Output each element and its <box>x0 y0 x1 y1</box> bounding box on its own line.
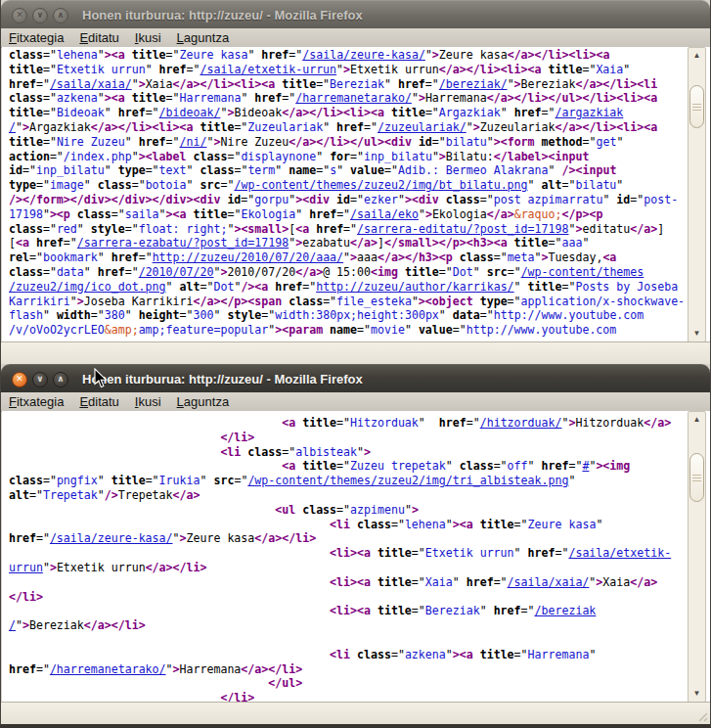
source-token: pngfix <box>57 474 98 487</box>
source-token: =" <box>29 250 43 264</box>
source-link[interactable]: urrun <box>9 561 43 574</box>
source-token: " <box>535 250 542 264</box>
close-button[interactable]: ✕ <box>12 372 27 387</box>
source-link[interactable]: /wp-content/themes <box>521 265 644 279</box>
source-token <box>473 518 480 531</box>
source-line: /v/oVoO2ycrLEO&amp;amp;feature=popular">… <box>9 323 688 338</box>
maximize-button[interactable]: ∧ <box>53 8 68 23</box>
source-link[interactable]: / <box>9 618 16 632</box>
source-link[interactable]: http://zuzeu/author/karrikas/ <box>316 280 513 294</box>
resize-grip-icon[interactable] <box>694 708 708 722</box>
scroll-down-icon[interactable]: ▼ <box>689 687 705 701</box>
source-link[interactable]: /saila/xaia/ <box>508 575 590 589</box>
menu-editatu[interactable]: Editatu <box>71 29 126 46</box>
close-button[interactable]: ✕ <box>12 8 27 23</box>
source-token: </a></li></ul></li><li><a <box>487 91 658 105</box>
scrollbar-thumb[interactable] <box>689 85 704 128</box>
source-token: </a></li><li><a <box>508 48 610 62</box>
source-token: <li <box>330 648 350 661</box>
source-line: class="data" href="/2010/07/20">2010/07/… <box>9 265 688 280</box>
menu-fitxategia[interactable]: Fitxategia <box>1 393 71 410</box>
source-token: " <box>514 280 528 294</box>
source-link[interactable]: /ni/ <box>180 135 207 149</box>
scroll-down-icon[interactable]: ▼ <box>689 327 705 341</box>
source-link[interactable]: /argazkiak <box>555 106 624 119</box>
vertical-scrollbar[interactable]: ▲ ▼ <box>688 47 706 342</box>
source-token: title <box>391 106 425 119</box>
source-link[interactable]: /harremanetarako/ <box>50 662 166 676</box>
source-link[interactable]: /saila/eko <box>350 207 419 221</box>
source-view[interactable]: <a title="Hitzorduak" href="/hitzorduak/… <box>2 411 710 703</box>
minimize-button[interactable]: ∨ <box>32 8 48 23</box>
source-line: title="Nire Zuzeu" href="/ni/">Nire Zuze… <box>9 135 688 150</box>
source-token: title <box>480 518 514 531</box>
source-link[interactable]: /saila/zeure-kasa/ <box>50 531 173 545</box>
source-link[interactable]: /wp-content/themes/zuzeu2/img/bt_bilatu.… <box>234 178 527 192</box>
source-link[interactable]: /zuzeu2/img/ico_dot.png <box>9 280 166 294</box>
source-token: Bereziak <box>330 77 384 91</box>
source-token: " <box>343 250 350 264</box>
source-token: =" <box>336 459 350 473</box>
minimize-button[interactable]: ∨ <box>32 372 48 387</box>
source-token: title <box>9 63 43 76</box>
menu-ikusi[interactable]: Ikusi <box>127 393 169 410</box>
source-link[interactable]: /harremanetarako/ <box>295 91 412 105</box>
source-link[interactable]: /wp-content/themes/zuzeu2/img/tri_albist… <box>247 474 568 487</box>
source-view[interactable]: class="lehena"><a title="Zeure kasa" hre… <box>2 47 710 342</box>
source-token: name <box>289 163 316 177</box>
menu-laguntza[interactable]: Laguntza <box>169 29 238 46</box>
source-token: width <box>57 308 91 322</box>
source-link[interactable]: /sarrera-ezabatu/?post_id=17198 <box>77 236 289 250</box>
source-line: class="lehena"><a title="Zeure kasa" hre… <box>9 48 688 63</box>
source-token: " <box>549 163 562 177</box>
source-link[interactable]: /saila/zeure-kasa/ <box>302 48 425 62</box>
source-token: class <box>98 178 132 192</box>
source-link[interactable]: /sarrera-editatu/?post_id=17198 <box>357 222 568 236</box>
source-token: data <box>57 265 84 279</box>
source-token: Etxetik urrun <box>57 63 146 76</box>
titlebar[interactable]: ✕∨∧ Honen iturburua: http://zuzeu/ - Moz… <box>1 0 710 29</box>
scrollbar-thumb[interactable] <box>689 453 704 502</box>
source-link[interactable]: /hitzorduak/ <box>480 416 562 430</box>
source-token: =" <box>453 323 467 337</box>
source-token: " <box>439 308 453 322</box>
source-token: " <box>105 163 118 177</box>
source-token: class <box>460 459 494 473</box>
source-token: =" <box>29 488 43 502</box>
scroll-up-icon[interactable]: ▲ <box>689 49 705 63</box>
source-link[interactable]: /bideoak/ <box>159 106 221 119</box>
vertical-scrollbar[interactable]: ▲ ▼ <box>688 411 706 703</box>
source-token: =" <box>146 106 159 119</box>
source-link[interactable]: /saila/etxetik-urrun <box>200 63 336 76</box>
source-link[interactable]: /saila/xaia/ <box>50 77 132 91</box>
menu-laguntza[interactable]: Laguntza <box>169 393 238 410</box>
source-token: =" <box>50 150 64 163</box>
source-token: " <box>419 416 439 430</box>
menu-fitxategia[interactable]: Fitxategia <box>1 29 71 46</box>
source-link[interactable]: /saila/etxetik- <box>568 546 671 560</box>
source-token: class <box>247 445 282 459</box>
source-token: =" <box>132 178 146 192</box>
maximize-button[interactable]: ∧ <box>53 372 68 387</box>
source-token: title <box>405 265 439 279</box>
source-token: <li <box>330 518 350 531</box>
scroll-up-icon[interactable]: ▲ <box>689 413 705 427</box>
source-link[interactable]: /bereziak <box>535 604 597 617</box>
source-link[interactable]: /zuzeulariak/ <box>378 120 467 134</box>
source-link[interactable]: /2010/07/20 <box>139 265 214 279</box>
source-line: href="/saila/zeure-kasa/">Zeure kasa</a>… <box>9 531 688 546</box>
menu-editatu[interactable]: Editatu <box>71 393 126 410</box>
source-link[interactable]: / <box>9 120 16 134</box>
source-token: Bereziak <box>29 618 84 632</box>
source-link[interactable]: http://zuzeu/2010/07/20/aaa/ <box>153 250 343 264</box>
source-token: =" <box>425 77 439 91</box>
source-token: =" <box>480 193 494 206</box>
source-token: > <box>412 503 419 517</box>
menu-ikusi[interactable]: Ikusi <box>127 29 169 46</box>
source-link[interactable]: /bereziak/ <box>439 77 508 91</box>
source-token: red <box>57 222 77 236</box>
source-token: =" <box>289 48 302 62</box>
source-token: Xaia <box>146 77 173 91</box>
source-token: Harremana <box>180 662 242 676</box>
source-token: <li><a <box>330 604 371 617</box>
